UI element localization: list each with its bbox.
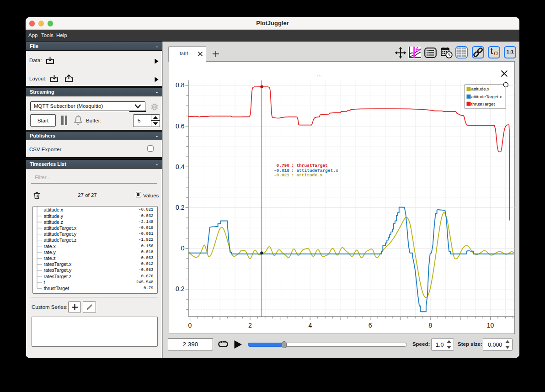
svg-text:6: 6: [368, 322, 372, 329]
svg-text:-0.018: -0.018: [273, 168, 289, 173]
svg-text:4: 4: [308, 322, 312, 329]
svg-text:-0.2: -0.2: [173, 285, 184, 292]
svg-text:: attitudeTarget.x: : attitudeTarget.x: [291, 168, 338, 173]
svg-text:0: 0: [181, 244, 184, 252]
svg-text:...: ...: [317, 71, 322, 78]
svg-text:10: 10: [486, 322, 494, 329]
svg-text:2: 2: [248, 322, 252, 329]
svg-text:0.6: 0.6: [176, 122, 185, 130]
svg-text:attitudeTarget.x: attitudeTarget.x: [471, 94, 502, 99]
svg-text:8: 8: [428, 322, 432, 329]
svg-text:thrustTarget: thrustTarget: [471, 101, 495, 106]
svg-text:: thrustTarget: : thrustTarget: [291, 163, 328, 168]
svg-text:0.2: 0.2: [176, 204, 185, 211]
svg-text:A: A: [416, 47, 420, 53]
svg-text:0.790: 0.790: [276, 163, 289, 168]
svg-text:: attitude.x: : attitude.x: [291, 173, 323, 178]
svg-text:0.4: 0.4: [176, 163, 185, 170]
svg-text:0.8: 0.8: [176, 81, 185, 89]
svg-text:0: 0: [188, 322, 192, 329]
svg-text:attitude.x: attitude.x: [471, 86, 489, 91]
svg-text:-0.021: -0.021: [273, 173, 289, 178]
